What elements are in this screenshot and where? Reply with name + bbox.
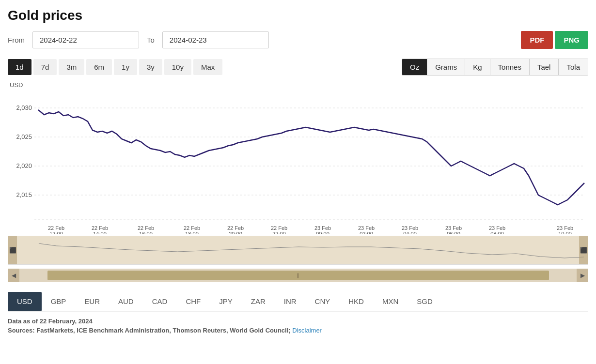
time-btn-3y[interactable]: 3y	[139, 59, 162, 75]
currency-tab-hkd[interactable]: HKD	[339, 292, 373, 311]
footer-sources: Sources: FastMarkets, ICE Benchmark Admi…	[8, 327, 588, 334]
svg-text:10:00: 10:00	[558, 231, 572, 234]
svg-text:14:00: 14:00	[93, 231, 107, 234]
svg-text:12:00: 12:00	[49, 231, 63, 234]
minimap-left-handle[interactable]: ⬛	[8, 236, 17, 264]
svg-text:22 Feb: 22 Feb	[271, 225, 287, 231]
currency-tab-mxn[interactable]: MXN	[373, 292, 408, 311]
chart-area: USD 2,030 2,025 2,020 2,015 22 Feb 12:00…	[8, 79, 588, 282]
unit-buttons: Oz Grams Kg Tonnes Tael Tola	[402, 59, 588, 76]
svg-text:16:00: 16:00	[139, 231, 153, 234]
svg-text:06:00: 06:00	[447, 231, 460, 234]
currency-tab-sgd[interactable]: SGD	[408, 292, 442, 311]
pdf-button[interactable]: PDF	[521, 31, 553, 49]
svg-text:23 Feb: 23 Feb	[489, 225, 505, 231]
svg-text:22 Feb: 22 Feb	[48, 225, 64, 231]
time-btn-6m[interactable]: 6m	[86, 59, 112, 75]
currency-tab-gbp[interactable]: GBP	[42, 292, 76, 311]
currency-tab-usd[interactable]: USD	[8, 292, 42, 311]
currency-tab-jpy[interactable]: JPY	[210, 292, 242, 311]
controls-row: 1d 7d 3m 6m 1y 3y 10y Max Oz Grams Kg To…	[8, 59, 588, 76]
footer-date: 22 February, 2024	[40, 318, 93, 325]
to-date-input[interactable]	[162, 31, 269, 48]
svg-text:2,020: 2,020	[16, 162, 32, 169]
from-date-input[interactable]	[32, 31, 139, 48]
svg-text:22 Feb: 22 Feb	[227, 225, 244, 231]
time-btn-3m[interactable]: 3m	[59, 59, 84, 75]
svg-text:23 Feb: 23 Feb	[445, 225, 462, 231]
svg-text:22:00: 22:00	[272, 231, 286, 234]
from-label: From	[8, 36, 25, 44]
scroll-right-btn[interactable]: ▶	[577, 269, 588, 282]
currency-tab-aud[interactable]: AUD	[109, 292, 143, 311]
time-btn-1y[interactable]: 1y	[114, 59, 137, 75]
time-btn-7d[interactable]: 7d	[33, 59, 57, 75]
minimap[interactable]: ⬛ ⬛	[8, 236, 588, 265]
svg-text:23 Feb: 23 Feb	[557, 225, 573, 231]
scroll-left-btn[interactable]: ◀	[8, 269, 19, 282]
unit-btn-tola[interactable]: Tola	[559, 59, 588, 75]
svg-text:20:00: 20:00	[229, 231, 242, 234]
svg-text:00:00: 00:00	[316, 231, 329, 234]
svg-text:22 Feb: 22 Feb	[138, 225, 154, 231]
currency-tab-inr[interactable]: INR	[275, 292, 306, 311]
svg-text:23 Feb: 23 Feb	[314, 225, 331, 231]
time-btn-1d[interactable]: 1d	[8, 59, 31, 75]
price-chart: 2,030 2,025 2,020 2,015 22 Feb 12:00 22 …	[8, 89, 588, 234]
svg-text:02:00: 02:00	[360, 231, 373, 234]
svg-text:22 Feb: 22 Feb	[184, 225, 200, 231]
svg-text:22 Feb: 22 Feb	[92, 225, 108, 231]
scroll-track[interactable]: ⦀	[19, 269, 577, 282]
currency-tab-zar[interactable]: ZAR	[242, 292, 275, 311]
date-row: From To PDF PNG	[8, 31, 588, 49]
currency-tab-chf[interactable]: CHF	[176, 292, 210, 311]
currency-tab-cny[interactable]: CNY	[306, 292, 340, 311]
currency-tab-cad[interactable]: CAD	[143, 292, 177, 311]
png-button[interactable]: PNG	[555, 31, 588, 49]
scroll-bar[interactable]: ◀ ⦀ ▶	[8, 269, 588, 282]
unit-btn-grams[interactable]: Grams	[427, 59, 465, 75]
unit-btn-tael[interactable]: Tael	[530, 59, 559, 75]
svg-text:08:00: 08:00	[490, 231, 504, 234]
disclaimer-link[interactable]: Disclaimer	[292, 327, 322, 334]
footer-data-as-of: Data as of 22 February, 2024	[8, 318, 588, 325]
scroll-thumb[interactable]: ⦀	[47, 271, 549, 280]
svg-rect-34	[8, 236, 588, 265]
time-period-buttons: 1d 7d 3m 6m 1y 3y 10y Max	[8, 59, 224, 75]
svg-text:2,015: 2,015	[16, 191, 32, 198]
to-label: To	[147, 36, 155, 44]
minimap-svg	[8, 236, 588, 265]
unit-btn-kg[interactable]: Kg	[465, 59, 490, 75]
svg-text:2,030: 2,030	[16, 104, 32, 111]
time-btn-10y[interactable]: 10y	[164, 59, 191, 75]
currency-tabs: USD GBP EUR AUD CAD CHF JPY ZAR INR CNY …	[8, 292, 588, 312]
export-buttons: PDF PNG	[521, 31, 588, 49]
svg-text:23 Feb: 23 Feb	[358, 225, 375, 231]
svg-text:18:00: 18:00	[185, 231, 199, 234]
currency-tab-eur[interactable]: EUR	[75, 292, 109, 311]
unit-btn-oz[interactable]: Oz	[402, 59, 427, 75]
unit-btn-tonnes[interactable]: Tonnes	[490, 59, 530, 75]
chart-svg-container: 2,030 2,025 2,020 2,015 22 Feb 12:00 22 …	[8, 89, 588, 236]
svg-text:04:00: 04:00	[403, 231, 417, 234]
page-title: Gold prices	[8, 8, 588, 23]
svg-text:2,025: 2,025	[16, 133, 32, 140]
minimap-right-handle[interactable]: ⬛	[579, 236, 588, 264]
svg-text:23 Feb: 23 Feb	[402, 225, 418, 231]
time-btn-max[interactable]: Max	[193, 59, 222, 75]
chart-y-label: USD	[8, 79, 588, 89]
